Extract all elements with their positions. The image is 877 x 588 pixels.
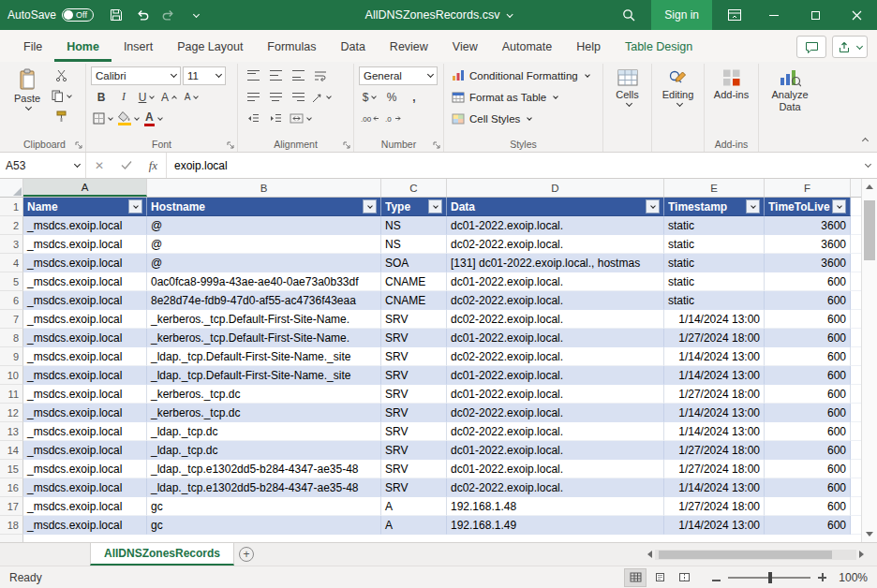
- cell[interactable]: A: [381, 516, 447, 535]
- increase-indent-button[interactable]: [265, 109, 286, 128]
- percent-style-button[interactable]: %: [381, 87, 402, 107]
- window-title[interactable]: AllDNSZonesRecords.csv: [365, 8, 513, 22]
- cell[interactable]: 600: [765, 441, 851, 460]
- cell[interactable]: @: [147, 216, 381, 235]
- column-header-b[interactable]: B: [147, 179, 381, 197]
- merge-center-button[interactable]: [288, 109, 313, 128]
- row-number[interactable]: 5: [0, 272, 23, 291]
- cell[interactable]: 3600: [765, 216, 851, 235]
- row-number[interactable]: 17: [0, 497, 23, 516]
- cell[interactable]: SRV: [381, 366, 447, 385]
- decrease-font-size-button[interactable]: A: [181, 87, 201, 107]
- font-name-select[interactable]: Calibri: [91, 66, 181, 85]
- cell[interactable]: 1/14/2024 13:00: [664, 310, 765, 329]
- cell[interactable]: SRV: [381, 460, 447, 478]
- cell[interactable]: 1/27/2024 18:00: [664, 385, 765, 404]
- cell[interactable]: SRV: [381, 478, 447, 497]
- ribbon-display-options-button[interactable]: [716, 0, 753, 30]
- fill-color-button[interactable]: [116, 109, 141, 128]
- cell[interactable]: dc02-2022.exoip.local.: [447, 291, 664, 310]
- cell[interactable]: SRV: [381, 441, 447, 460]
- cell[interactable]: NS: [381, 216, 447, 235]
- column-header-e[interactable]: E: [664, 179, 765, 197]
- underline-button[interactable]: U: [136, 87, 156, 107]
- page-break-preview-button[interactable]: [673, 568, 695, 587]
- cell[interactable]: _msdcs.exoip.local: [23, 497, 147, 516]
- cell[interactable]: _msdcs.exoip.local: [23, 516, 147, 535]
- increase-font-size-button[interactable]: A: [158, 87, 179, 107]
- number-dialog-launcher[interactable]: [433, 141, 441, 150]
- cell[interactable]: SRV: [381, 347, 447, 366]
- table-header-cell[interactable]: Data: [447, 198, 664, 216]
- row-number[interactable]: 2: [0, 216, 23, 235]
- format-painter-button[interactable]: [50, 107, 73, 126]
- analyze-data-button[interactable]: Analyze Data: [764, 66, 816, 138]
- cell[interactable]: _msdcs.exoip.local: [23, 347, 147, 366]
- vertical-scrollbar[interactable]: [861, 179, 877, 542]
- cell[interactable]: _msdcs.exoip.local: [23, 272, 147, 291]
- cell[interactable]: 600: [765, 460, 851, 478]
- cell[interactable]: _ldap._tcp.dc: [147, 441, 381, 460]
- cell[interactable]: dc01-2022.exoip.local.: [447, 366, 664, 385]
- cell[interactable]: [131] dc01-2022.exoip.local., hostmas: [447, 254, 664, 272]
- cell[interactable]: 600: [765, 497, 851, 516]
- cell[interactable]: dc01-2022.exoip.local.: [447, 460, 664, 478]
- editing-button[interactable]: Editing: [657, 66, 699, 138]
- filter-button[interactable]: [646, 199, 660, 213]
- cell[interactable]: SRV: [381, 310, 447, 329]
- cell[interactable]: _kerberos._tcp.Default-First-Site-Name.: [147, 310, 381, 329]
- filter-button[interactable]: [832, 199, 846, 213]
- cell[interactable]: 3600: [765, 254, 851, 272]
- row-number[interactable]: 6: [0, 291, 23, 310]
- cut-button[interactable]: [50, 66, 73, 85]
- maximize-button[interactable]: [795, 0, 836, 30]
- cell[interactable]: 600: [765, 404, 851, 422]
- align-left-button[interactable]: [243, 87, 263, 107]
- cell[interactable]: dc02-2022.exoip.local.: [447, 404, 664, 422]
- cancel-entry-icon[interactable]: ✕: [95, 159, 104, 172]
- scroll-left-icon[interactable]: [647, 551, 652, 558]
- quick-access-menu-button[interactable]: [182, 0, 208, 30]
- confirm-entry-icon[interactable]: [121, 159, 132, 172]
- cell[interactable]: 3600: [765, 235, 851, 254]
- wrap-text-button[interactable]: [310, 66, 331, 85]
- bold-button[interactable]: B: [91, 87, 111, 107]
- decrease-decimal-button[interactable]: .0: [383, 109, 406, 128]
- cell[interactable]: @: [147, 235, 381, 254]
- table-header-cell[interactable]: Name: [23, 198, 147, 216]
- sheet-tab-alldnszonesrecords[interactable]: AllDNSZonesRecords: [90, 543, 234, 566]
- table-header-cell[interactable]: TimeToLive: [765, 198, 851, 216]
- normal-view-button[interactable]: [624, 568, 647, 587]
- cell[interactable]: _msdcs.exoip.local: [23, 310, 147, 329]
- cell[interactable]: static: [664, 235, 765, 254]
- paste-button[interactable]: Paste: [8, 66, 46, 138]
- cell[interactable]: A: [381, 497, 447, 516]
- cell[interactable]: SRV: [381, 385, 447, 404]
- page-layout-view-button[interactable]: [648, 568, 671, 587]
- font-size-select[interactable]: 11: [183, 66, 226, 85]
- ribbon-tab-automate[interactable]: Automate: [490, 34, 565, 62]
- cell[interactable]: SRV: [381, 422, 447, 441]
- cell[interactable]: 1/14/2024 13:00: [664, 347, 765, 366]
- column-header-d[interactable]: D: [447, 179, 664, 197]
- cell[interactable]: _msdcs.exoip.local: [23, 385, 147, 404]
- cell[interactable]: _kerberos._tcp.dc: [147, 385, 381, 404]
- cell[interactable]: dc01-2022.exoip.local.: [447, 385, 664, 404]
- horizontal-scroll-thumb[interactable]: [659, 551, 832, 559]
- cell[interactable]: _msdcs.exoip.local: [23, 404, 147, 422]
- vertical-scroll-thumb[interactable]: [864, 200, 875, 260]
- ribbon-tab-insert[interactable]: Insert: [111, 34, 165, 62]
- cell[interactable]: static: [664, 272, 765, 291]
- cell[interactable]: dc01-2022.exoip.local.: [447, 272, 664, 291]
- cell[interactable]: 8e28d74e-fdb9-47d0-af55-ac4736f43eaa: [147, 291, 381, 310]
- name-box[interactable]: A53: [0, 153, 86, 178]
- cell[interactable]: _msdcs.exoip.local: [23, 441, 147, 460]
- cell[interactable]: 1/14/2024 13:00: [664, 478, 765, 497]
- accounting-format-button[interactable]: $: [359, 87, 379, 107]
- row-number[interactable]: 15: [0, 460, 23, 478]
- save-button[interactable]: [103, 0, 129, 30]
- filter-button[interactable]: [428, 199, 442, 213]
- row-number[interactable]: 12: [0, 404, 23, 422]
- alignment-dialog-launcher[interactable]: [343, 141, 351, 150]
- addins-button[interactable]: Add-ins: [709, 66, 753, 138]
